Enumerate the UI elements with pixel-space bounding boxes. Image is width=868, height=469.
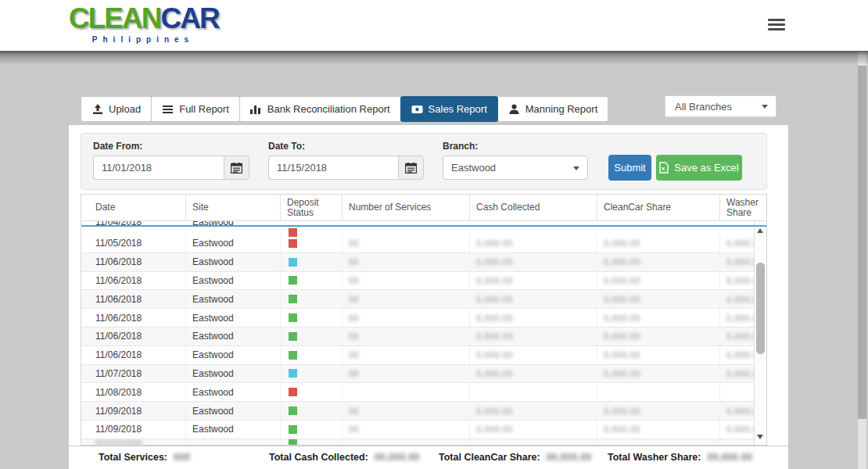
date-from-calendar-button[interactable]	[224, 156, 249, 180]
table-scrollbar[interactable]	[754, 221, 766, 445]
cell-site: Eastwood	[186, 421, 281, 439]
table-row[interactable]: 11/09/2018Eastwood000,000.000,000.000,00…	[81, 402, 754, 421]
cell-deposit-status	[281, 234, 343, 252]
deposit-status-indicator	[289, 406, 297, 415]
cell-cleancar-share: 0,000.00	[597, 365, 720, 383]
date-from-label: Date From:	[93, 141, 142, 152]
cell-washer-share: 0,000.00	[720, 253, 754, 271]
scroll-up-icon[interactable]	[757, 228, 763, 233]
cell-site: Eastwood	[186, 290, 281, 308]
excel-file-icon: x	[659, 162, 669, 174]
cell-number-of-services: 00	[343, 290, 470, 308]
cell-number-of-services: 00	[343, 346, 470, 364]
tab-full-report[interactable]: Full Report	[151, 96, 240, 122]
table-row[interactable]: 11/06/2018Eastwood000,000.000,000.000,00…	[81, 290, 754, 309]
cell-cleancar-share	[597, 383, 720, 401]
cell-date: 11/06/2018	[81, 253, 186, 271]
branch-select[interactable]: Eastwood	[443, 156, 588, 180]
table-row[interactable]: 11/06/2018Eastwood000,000.000,000.000,00…	[81, 309, 754, 328]
redacted-value: 0,000.00	[604, 257, 640, 267]
table-row[interactable]: 00/00/0000	[81, 439, 754, 445]
cell-site: Eastwood	[186, 309, 281, 327]
browser-scrollbar-thumb[interactable]	[858, 66, 866, 419]
calendar-icon	[231, 163, 242, 174]
table-row[interactable]: 11/09/2018Eastwood000,000.000,000.000,00…	[81, 421, 754, 439]
cell-cash-collected: 0,000.00	[470, 365, 597, 383]
hamburger-icon[interactable]	[766, 19, 787, 31]
column-header-number-of-services[interactable]: Number of Services	[343, 195, 470, 220]
redacted-value: 00	[349, 313, 359, 323]
column-header-label: CleanCar Share	[604, 202, 671, 213]
cell-washer-share	[720, 383, 754, 401]
redacted-value: 0,000.00	[726, 313, 754, 323]
total-group-1: Total Cash Collected:00,000.00	[269, 452, 420, 463]
cell-cash-collected: 0,000.00	[470, 272, 597, 290]
table-scrollbar-thumb[interactable]	[756, 263, 765, 354]
redacted-value: 0,000.00	[726, 424, 754, 434]
column-header-deposit-status[interactable]: Deposit Status	[281, 195, 343, 220]
cell-number-of-services	[343, 383, 470, 401]
redacted-value: 00	[349, 276, 359, 285]
redacted-value: 00	[349, 350, 359, 360]
cell-date: 11/07/2018	[81, 365, 186, 383]
cell-date: 11/06/2018	[81, 309, 186, 327]
cell-deposit-status	[281, 253, 343, 271]
table-row[interactable]: 11/08/2018Eastwood	[81, 383, 754, 402]
table-row[interactable]: 11/06/2018Eastwood000,000.000,000.000,00…	[81, 272, 754, 291]
cell-deposit-status	[281, 421, 343, 439]
header-shadow	[0, 51, 868, 65]
tab-upload[interactable]: Upload	[81, 96, 152, 122]
tab-label: Upload	[109, 103, 141, 115]
date-from-input[interactable]: 11/01/2018	[93, 156, 224, 180]
cell-cleancar-share: 0,000.00	[597, 402, 720, 420]
cell-cash-collected	[470, 383, 597, 401]
column-header-cleancar-share[interactable]: CleanCar Share	[597, 195, 720, 220]
table-row[interactable]: 11/06/2018Eastwood000,000.000,000.000,00…	[81, 253, 754, 272]
calendar-icon	[405, 163, 417, 174]
date-to-calendar-button[interactable]	[398, 156, 424, 180]
redacted-value: 0,000.00	[476, 313, 513, 323]
cell-washer-share: 0,000.00	[720, 290, 754, 308]
redacted-value: 0,000.00	[476, 350, 513, 360]
cell-cleancar-share: 0,000.00	[597, 290, 720, 308]
redacted-value: 0,000.00	[476, 276, 513, 285]
cell-date: 11/08/2018	[81, 383, 186, 401]
save-as-excel-button[interactable]: x Save as Excel	[656, 155, 742, 181]
redacted-value: 00	[349, 257, 359, 267]
cell-cleancar-share: 0,000.00	[597, 253, 720, 271]
redacted-value: 00	[349, 331, 359, 341]
cell-site: Eastwood	[186, 346, 281, 364]
cell-date: 11/06/2018	[81, 346, 186, 364]
column-header-cash-collected[interactable]: Cash Collected	[470, 195, 597, 220]
column-header-site[interactable]: Site	[186, 195, 281, 220]
redacted-value: 0,000.00	[476, 331, 513, 341]
browser-scrollbar[interactable]	[858, 52, 866, 469]
tab-sales-report[interactable]: Sales Report	[400, 96, 498, 122]
caret-down-icon	[762, 105, 768, 109]
cell-deposit-status	[281, 309, 343, 327]
redacted-value: 0,000.00	[726, 406, 754, 416]
redacted-value: 0,000.00	[604, 238, 640, 248]
tab-manning-report[interactable]: Manning Report	[497, 96, 609, 122]
date-to-label: Date To:	[268, 141, 305, 152]
total-label: Total Cash Collected:	[269, 452, 368, 463]
table-row[interactable]: 11/07/2018Eastwood000,000.000,000.000,00…	[81, 365, 754, 384]
redacted-value: 00	[349, 406, 359, 416]
column-header-washer-share[interactable]: Washer Share	[720, 195, 766, 220]
cell-number-of-services: 00	[343, 272, 470, 290]
cell-date: 11/05/2018	[81, 234, 186, 252]
date-to-input[interactable]: 11/15/2018	[268, 156, 398, 180]
table-row[interactable]: 11/06/2018Eastwood000,000.000,000.000,00…	[81, 346, 754, 365]
scroll-down-icon[interactable]	[757, 435, 763, 439]
date-to-group: 11/15/2018	[268, 156, 424, 180]
table-row[interactable]: 11/06/2018Eastwood000,000.000,000.000,00…	[81, 328, 754, 346]
redacted-value: 0,000.00	[476, 295, 513, 304]
deposit-status-indicator	[289, 388, 297, 396]
submit-button[interactable]: Submit	[608, 155, 651, 181]
table-row[interactable]: 11/05/2018Eastwood000,000.000,000.000,00…	[81, 234, 754, 253]
app-screen: CLEANCAR Philippines UploadFull ReportBa…	[0, 0, 868, 469]
cell-cleancar-share	[597, 439, 720, 445]
all-branches-select[interactable]: All Branches	[665, 95, 777, 117]
tab-bank-reconciliation-report[interactable]: Bank Reconciliation Report	[239, 96, 401, 122]
column-header-date[interactable]: Date	[81, 195, 186, 220]
